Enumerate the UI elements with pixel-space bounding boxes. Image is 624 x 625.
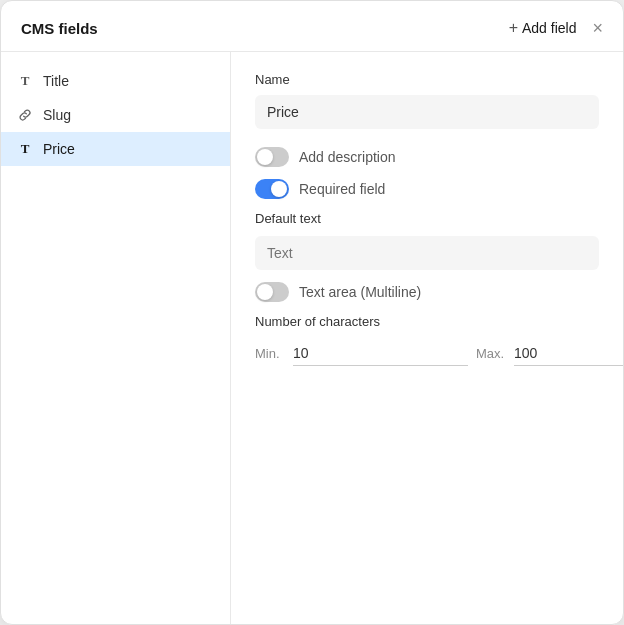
- text-icon-price: T: [17, 141, 33, 157]
- required-field-label: Required field: [299, 181, 385, 197]
- required-field-row: Required field: [255, 179, 599, 199]
- link-icon-slug: [17, 107, 33, 123]
- add-description-toggle[interactable]: [255, 147, 289, 167]
- close-button[interactable]: ×: [592, 19, 603, 37]
- required-field-toggle[interactable]: [255, 179, 289, 199]
- default-text-label: Default text: [255, 211, 599, 226]
- text-area-toggle[interactable]: [255, 282, 289, 302]
- modal-header: CMS fields + Add field ×: [1, 1, 623, 52]
- max-label: Max.: [476, 346, 506, 361]
- text-area-label: Text area (Multiline): [299, 284, 421, 300]
- add-description-label: Add description: [299, 149, 396, 165]
- sidebar-item-title[interactable]: T Title: [1, 64, 230, 98]
- default-text-input[interactable]: [255, 236, 599, 270]
- text-area-row: Text area (Multiline): [255, 282, 599, 302]
- add-description-row: Add description: [255, 147, 599, 167]
- number-row: Min. Max.: [255, 341, 599, 366]
- sidebar-item-price-label: Price: [43, 141, 75, 157]
- name-section: Name: [255, 72, 599, 129]
- default-text-section: Default text: [255, 211, 599, 282]
- sidebar-item-slug[interactable]: Slug: [1, 98, 230, 132]
- min-input[interactable]: [293, 341, 468, 366]
- number-of-characters-section: Number of characters Min. Max.: [255, 314, 599, 366]
- min-label: Min.: [255, 346, 285, 361]
- name-input[interactable]: [255, 95, 599, 129]
- plus-icon: +: [509, 19, 518, 37]
- sidebar-item-slug-label: Slug: [43, 107, 71, 123]
- sidebar-item-title-label: Title: [43, 73, 69, 89]
- modal-title: CMS fields: [21, 20, 98, 37]
- main-panel: Name Add description Required field: [231, 52, 623, 624]
- add-field-button[interactable]: + Add field: [509, 19, 577, 37]
- num-characters-label: Number of characters: [255, 314, 599, 329]
- name-label: Name: [255, 72, 599, 87]
- cms-fields-modal: CMS fields + Add field × T Title: [0, 0, 624, 625]
- sidebar: T Title Slug T Price: [1, 52, 231, 624]
- min-field-group: Min.: [255, 341, 468, 366]
- text-icon-title: T: [17, 73, 33, 89]
- add-field-label: Add field: [522, 20, 576, 36]
- sidebar-item-price[interactable]: T Price: [1, 132, 230, 166]
- modal-body: T Title Slug T Price: [1, 52, 623, 624]
- header-actions: + Add field ×: [509, 19, 603, 37]
- max-input[interactable]: [514, 341, 623, 366]
- max-field-group: Max.: [476, 341, 623, 366]
